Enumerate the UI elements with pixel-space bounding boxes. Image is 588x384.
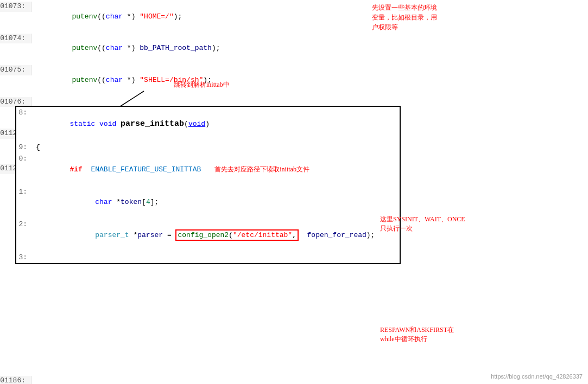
inset-line-content (31, 252, 40, 263)
annotation-read-inittab: 首先去对应路径下读取inittab文件 (210, 165, 309, 173)
inset-line-0: 0: #if ENABLE_FEATURE_USE_INITTAB 首先去对应路… (16, 153, 400, 186)
line-number: 01075: (0, 65, 31, 75)
fn-token: putenv (72, 12, 97, 21)
code-line-01074: 01074: putenv((char *) bb_PATH_root_path… (0, 33, 588, 65)
line-number: 01186: (0, 376, 31, 385)
inset-line-1: 1: char *token[4]; (16, 186, 400, 219)
code-line-01075: 01075: putenv((char *) "SHELL=/bin/sh"); (0, 65, 588, 97)
inset-line-3: 3: (16, 252, 400, 264)
code-viewer: 01073: putenv((char *) "HOME=/"); 01074:… (0, 0, 588, 384)
kw-token: char (106, 12, 123, 21)
str-token: "HOME=/" (140, 12, 173, 21)
line-content: putenv((char *) "HOME=/"); (31, 2, 182, 33)
annotation-respawn: RESPAWN和ASKFIRST在while中循环执行 (380, 325, 454, 344)
line-number: 01074: (0, 34, 31, 44)
annotation-jump: 跳转到解析inittab中 (174, 80, 230, 89)
line-number: 01073: (0, 2, 31, 12)
code-line-01073: 01073: putenv((char *) "HOME=/"); (0, 1, 588, 33)
fn-token: putenv (72, 76, 97, 84)
annotation-sysinit: 这里SYSINIT、WAIT、ONCE只执行一次 (380, 215, 465, 233)
fn-token: putenv (72, 44, 97, 52)
inset-line-number: 9: (16, 142, 31, 153)
kw-token: char (106, 44, 123, 52)
var-token: bb_PATH_root_path (140, 44, 212, 52)
inset-line-number: 8: (16, 107, 31, 118)
inset-line-content: char *token[4]; (31, 187, 159, 219)
inset-line-content: #if ENABLE_FEATURE_USE_INITTAB 首先去对应路径下读… (31, 153, 309, 185)
inset-code-block: 8: static void parse_inittab(void) 9: { … (15, 106, 401, 264)
inset-line-number: 2: (16, 219, 31, 230)
inset-line-number: 3: (16, 252, 31, 263)
inset-line-9: 9: { (16, 142, 400, 153)
kw-token: char (106, 76, 123, 84)
annotation-env-vars: 先设置一些基本的环境变量，比如根目录，用户权限等 (372, 3, 437, 32)
inset-line-content: parser_t *parser = config_open2("/etc/in… (31, 219, 375, 251)
highlight-config-open2: config_open2("/etc/inittab", (175, 229, 298, 241)
line-content: putenv((char *) bb_PATH_root_path); (31, 34, 220, 65)
line-content: run_actions(SYSINIT); (31, 376, 178, 385)
inset-line-2: 2: parser_t *parser = config_open2("/etc… (16, 219, 400, 252)
inset-line-8: 8: static void parse_inittab(void) (16, 107, 400, 142)
inset-line-number: 0: (16, 153, 31, 164)
parse-inittab-fn-name: parse_inittab (121, 119, 184, 129)
inset-line-content: static void parse_inittab(void) (31, 107, 210, 141)
watermark: https://blog.csdn.net/qq_42826337 (491, 373, 583, 380)
inset-line-number: 1: (16, 187, 31, 197)
inset-line-content: { (31, 142, 40, 153)
